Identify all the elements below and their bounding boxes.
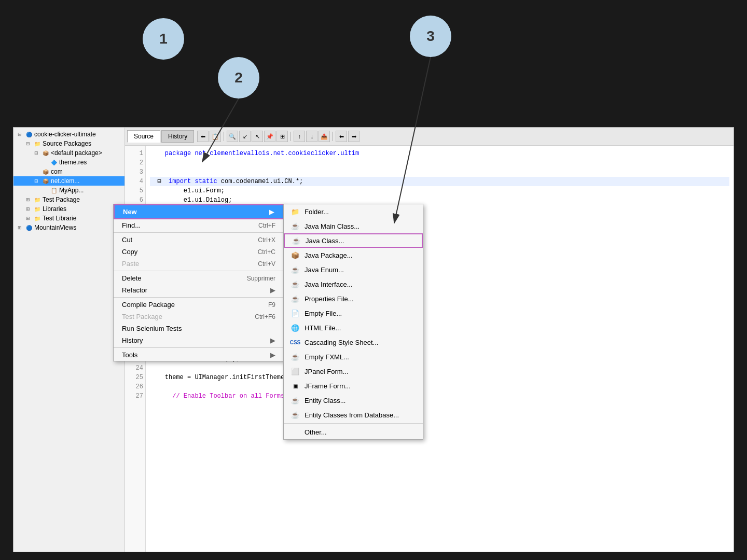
submenu-item-empty-file[interactable]: 📄 Empty File...: [284, 306, 423, 320]
submenu-item-css[interactable]: CSS Cascading Style Sheet...: [284, 335, 423, 349]
toolbar-btn-3[interactable]: 🔍: [227, 131, 238, 142]
project-icon: 🔵: [25, 223, 33, 232]
toolbar-btn-6[interactable]: 📌: [264, 131, 275, 142]
code-line-5: e1.ui.Form;: [150, 186, 729, 195]
submenu-item-other[interactable]: Other...: [284, 425, 423, 439]
code-line-25: theme = UIManager.initFirstTheme("/theme…: [150, 373, 729, 382]
menu-shortcut: Supprimer: [247, 275, 275, 282]
menu-item-compile[interactable]: Compile Package F9: [114, 299, 284, 311]
submenu-item-jframe[interactable]: ▣ JFrame Form...: [284, 379, 423, 393]
menu-sep-2: [114, 271, 284, 271]
tree-item-theme-res[interactable]: · 🔷 theme.res: [13, 158, 125, 167]
submenu-sep: [284, 423, 423, 424]
tab-history[interactable]: History: [161, 130, 194, 143]
submenu-item-properties-file[interactable]: ☕ Properties File...: [284, 291, 423, 306]
menu-label: Paste: [122, 260, 139, 268]
tab-label: History: [168, 133, 187, 140]
tree-item-myapp[interactable]: · 📋 MyApp...: [13, 186, 125, 195]
submenu-item-entity-class[interactable]: ☕ Entity Class...: [284, 393, 423, 408]
tree-item-root[interactable]: ⊟ 🔵 cookie-clicker-ultimate: [13, 130, 125, 139]
toolbar-btn-12[interactable]: ➡: [348, 131, 359, 142]
project-icon: 🔵: [25, 130, 33, 138]
folder-icon: 📁: [33, 139, 42, 148]
submenu-item-java-class[interactable]: ☕ Java Class...: [284, 233, 423, 248]
code-line-1: package net.clementlevallois.net.cookiec…: [150, 149, 729, 158]
toolbar-btn-5[interactable]: ↖: [252, 131, 263, 142]
submenu-item-java-package[interactable]: 📦 Java Package...: [284, 248, 423, 262]
menu-label: Tools: [122, 351, 137, 359]
submenu-new: 📁 Folder... ☕ Java Main Class... ☕ Java …: [283, 204, 423, 440]
tree-item-mountain-views[interactable]: ⊞ 🔵 MountainViews: [13, 223, 125, 232]
expand-icon: ·: [40, 158, 49, 166]
toolbar-btn-1[interactable]: ⬅: [197, 131, 209, 142]
bubble-3: 3: [410, 16, 451, 57]
folder-icon: 📁: [290, 206, 300, 217]
menu-item-find[interactable]: Find... Ctrl+F: [114, 219, 284, 231]
toolbar-btn-7[interactable]: ⊞: [276, 131, 288, 142]
menu-item-paste[interactable]: Paste Ctrl+V: [114, 258, 284, 270]
toolbar-sep-2: [290, 132, 291, 141]
submenu-item-html-file[interactable]: 🌐 HTML File...: [284, 320, 423, 335]
toolbar-btn-8[interactable]: ↑: [294, 131, 305, 142]
tree-item-test-package[interactable]: ⊞ 📁 Test Package: [13, 195, 125, 204]
toolbar-btn-2[interactable]: 📋: [210, 131, 221, 142]
editor-toolbar: Source History ⬅ 📋 🔍 ↙ ↖ 📌 ⊞ ↑ ↓ 📤 ⬅: [125, 128, 734, 146]
toolbar-btn-4[interactable]: ↙: [239, 131, 251, 142]
submenu-item-java-enum[interactable]: ☕ Java Enum...: [284, 262, 423, 277]
submenu-item-entity-from-db[interactable]: ☕ Entity Classes from Database...: [284, 408, 423, 422]
menu-item-cut[interactable]: Cut Ctrl+X: [114, 234, 284, 246]
toolbar-btn-10[interactable]: 📤: [319, 131, 330, 142]
menu-label: Find...: [122, 221, 141, 229]
file-icon: 📋: [50, 186, 58, 194]
tree-item-test-libraries[interactable]: ⊞ 📁 Test Librarie: [13, 214, 125, 223]
submenu-label: Java Interface...: [305, 281, 353, 288]
menu-item-refactor[interactable]: Refactor ▶: [114, 284, 284, 296]
menu-item-copy[interactable]: Copy Ctrl+C: [114, 246, 284, 258]
menu-label: Compile Package: [122, 301, 175, 309]
toolbar-sep: [224, 132, 224, 141]
menu-shortcut: Ctrl+V: [258, 260, 275, 268]
menu-arrow: ▶: [270, 351, 275, 359]
submenu-label: Empty FXML...: [305, 353, 349, 361]
menu-item-tools[interactable]: Tools ▶: [114, 349, 284, 361]
menu-shortcut: F9: [268, 301, 275, 309]
tree-item-label: MyApp...: [59, 187, 84, 194]
code-line-24: [150, 363, 729, 373]
tree-item-default-package[interactable]: ⊟ 📦 <default package>: [13, 148, 125, 158]
code-line-3: [150, 167, 729, 177]
menu-item-test-package[interactable]: Test Package Ctrl+F6: [114, 311, 284, 323]
menu-item-delete[interactable]: Delete Supprimer: [114, 272, 284, 284]
tree-item-libraries[interactable]: ⊞ 📁 Libraries: [13, 204, 125, 214]
java-icon: ☕: [290, 221, 300, 231]
menu-item-history[interactable]: History ▶: [114, 334, 284, 346]
tab-source[interactable]: Source: [127, 130, 160, 143]
expand-icon: ⊟: [16, 130, 24, 138]
tree-item-net-clem[interactable]: ⊟ 📦 net.clem...: [13, 176, 125, 186]
tree-item-label: MountainViews: [34, 224, 76, 231]
expand-icon: ·: [40, 186, 49, 194]
menu-shortcut: Ctrl+F6: [255, 313, 275, 320]
submenu-item-folder[interactable]: 📁 Folder...: [284, 204, 423, 219]
submenu-item-java-main-class[interactable]: ☕ Java Main Class...: [284, 219, 423, 233]
tree-item-source-packages[interactable]: ⊟ 📁 Source Packages: [13, 139, 125, 148]
submenu-item-fxml[interactable]: ☕ Empty FXML...: [284, 349, 423, 364]
toolbar-btn-11[interactable]: ⬅: [336, 131, 347, 142]
submenu-item-jpanel[interactable]: ⬜ JPanel Form...: [284, 364, 423, 379]
panel-icon: ⬜: [290, 366, 300, 376]
submenu-label: JFrame Form...: [305, 382, 351, 390]
toolbar-btn-9[interactable]: ↓: [306, 131, 317, 142]
menu-item-new[interactable]: New ▶: [114, 204, 284, 219]
submenu-label: Folder...: [305, 208, 329, 216]
fxml-icon: ☕: [290, 352, 300, 362]
submenu-label: Cascading Style Sheet...: [305, 339, 378, 346]
menu-item-run-selenium[interactable]: Run Selenium Tests: [114, 323, 284, 334]
code-line-2: [150, 158, 729, 167]
expand-icon: ·: [32, 167, 40, 176]
submenu-label: JPanel Form...: [305, 368, 349, 375]
folder-icon: 📁: [33, 214, 42, 222]
submenu-item-java-interface[interactable]: ☕ Java Interface...: [284, 277, 423, 291]
menu-sep-3: [114, 297, 284, 298]
db-icon: ☕: [290, 410, 300, 420]
tree-item-com[interactable]: · 📦 com: [13, 167, 125, 176]
expand-icon: ⊟: [32, 149, 40, 157]
